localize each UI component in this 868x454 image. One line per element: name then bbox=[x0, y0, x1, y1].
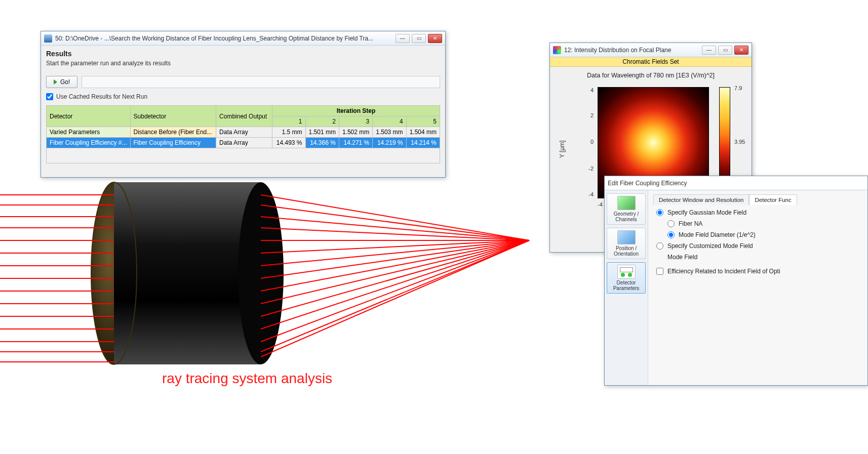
cell-val[interactable]: 1.502 mm bbox=[339, 127, 372, 138]
sidebar-item-position[interactable]: Position / Orientation bbox=[607, 228, 646, 259]
col-detector[interactable]: Detector bbox=[47, 106, 131, 127]
col-step-4[interactable]: 4 bbox=[373, 116, 406, 127]
col-step-5[interactable]: 5 bbox=[406, 116, 440, 127]
cached-checkbox-row[interactable]: Use Cached Results for Next Run bbox=[46, 93, 440, 100]
close-button[interactable]: ✕ bbox=[734, 46, 748, 55]
cached-checkbox[interactable] bbox=[46, 93, 53, 100]
col-subdetector[interactable]: Subdetector bbox=[130, 106, 216, 127]
col-step-1[interactable]: 1 bbox=[272, 116, 306, 127]
radio-gaussian[interactable] bbox=[656, 209, 663, 216]
fc-sidebar: Geometry / Channels Position / Orientati… bbox=[605, 190, 648, 385]
sidebar-item-detector-params[interactable]: Detector Parameters bbox=[607, 262, 646, 294]
opt-gaussian[interactable]: Specify Gaussian Mode Field bbox=[656, 209, 862, 216]
chk-efficiency[interactable]: Efficiency Related to Incident Field of … bbox=[656, 268, 862, 275]
close-button[interactable]: ✕ bbox=[428, 34, 442, 43]
chromatic-banner: Chromatic Fields Set bbox=[550, 57, 752, 67]
svg-line-33 bbox=[261, 240, 529, 357]
cell-val[interactable]: 1.504 mm bbox=[406, 127, 440, 138]
y-tick: 0 bbox=[583, 139, 594, 145]
cell-val[interactable]: 1.5 mm bbox=[272, 127, 306, 138]
col-iteration-step[interactable]: Iteration Step bbox=[272, 106, 440, 116]
col-step-2[interactable]: 2 bbox=[305, 116, 339, 127]
cell-subdetector: Distance Before (Fiber End... bbox=[130, 127, 216, 138]
results-heading: Results bbox=[46, 50, 440, 58]
y-tick: 2 bbox=[583, 112, 594, 118]
radio-fiber-na[interactable] bbox=[667, 220, 675, 227]
table-row[interactable]: Varied Parameters Distance Before (Fiber… bbox=[47, 127, 440, 138]
window-title: 50: D:\OneDrive - ...\Search the Working… bbox=[55, 35, 396, 42]
results-table[interactable]: Detector Subdetector Combined Output Ite… bbox=[46, 105, 440, 148]
table-row[interactable]: Fiber Coupling Efficiency #... Fiber Cou… bbox=[47, 138, 440, 148]
svg-line-23 bbox=[261, 240, 529, 304]
checkbox-efficiency[interactable] bbox=[656, 268, 663, 275]
minimize-button[interactable]: — bbox=[396, 34, 410, 43]
svg-line-17 bbox=[261, 240, 529, 266]
app-icon bbox=[44, 34, 52, 43]
fc-main-panel: Detector Window and Resolution Detector … bbox=[648, 190, 867, 385]
maximize-button[interactable]: ▭ bbox=[718, 46, 732, 55]
y-axis-label: Y [µm] bbox=[559, 140, 566, 158]
cell-val[interactable]: 14.214 % bbox=[406, 138, 440, 148]
colorbar-mid: 3.95 bbox=[734, 139, 745, 145]
svg-line-9 bbox=[261, 217, 529, 240]
opt-label: Specify Customized Mode Field bbox=[667, 242, 753, 250]
y-tick: 4 bbox=[583, 87, 594, 93]
results-subtext: Start the parameter run and analyze its … bbox=[46, 60, 440, 67]
radio-mfd[interactable] bbox=[667, 231, 675, 238]
opt-custom[interactable]: Specify Customized Mode Field bbox=[656, 242, 862, 250]
tab-detector-func[interactable]: Detector Func bbox=[749, 194, 797, 205]
opt-fiber-na[interactable]: Fiber NA bbox=[667, 220, 862, 227]
go-button[interactable]: Go! bbox=[46, 76, 77, 88]
plot-title: Data for Wavelength of 780 nm [1E3 (V/m)… bbox=[550, 72, 752, 79]
x-tick: -4 bbox=[598, 201, 603, 208]
mode-field-label: Mode Field bbox=[667, 254, 862, 261]
colorbar-max: 7.9 bbox=[734, 85, 742, 91]
titlebar[interactable]: 50: D:\OneDrive - ...\Search the Working… bbox=[41, 31, 445, 46]
opt-label: Specify Gaussian Mode Field bbox=[667, 209, 746, 216]
sidebar-item-label: Geometry / Channels bbox=[614, 211, 639, 222]
svg-line-21 bbox=[261, 240, 529, 291]
radio-custom[interactable] bbox=[656, 242, 663, 250]
cell-val[interactable]: 1.501 mm bbox=[305, 127, 339, 138]
opt-label: Efficiency Related to Incident Field of … bbox=[667, 268, 780, 275]
svg-line-29 bbox=[261, 240, 529, 342]
y-tick: -4 bbox=[583, 191, 594, 197]
sidebar-item-label: Detector Parameters bbox=[613, 280, 640, 291]
app-icon bbox=[553, 46, 561, 54]
progress-bar bbox=[82, 76, 440, 88]
opt-mfd[interactable]: Mode Field Diameter (1/e^2) bbox=[667, 231, 862, 238]
svg-line-31 bbox=[261, 240, 529, 352]
cell-val[interactable]: 14.219 % bbox=[373, 138, 406, 148]
maximize-button[interactable]: ▭ bbox=[412, 34, 426, 43]
opt-label: Mode Field bbox=[667, 254, 697, 261]
minimize-button[interactable]: — bbox=[702, 46, 716, 55]
play-icon bbox=[54, 79, 57, 85]
cell-detector: Fiber Coupling Efficiency #... bbox=[47, 138, 131, 148]
col-combined[interactable]: Combined Output bbox=[216, 106, 272, 127]
axes-icon bbox=[617, 230, 636, 244]
cell-val[interactable]: 14.493 % bbox=[272, 138, 306, 148]
cube-icon bbox=[617, 196, 636, 210]
window-title: 12: Intensity Distribution on Focal Plan… bbox=[564, 47, 702, 54]
titlebar[interactable]: 12: Intensity Distribution on Focal Plan… bbox=[550, 43, 752, 57]
cell-val[interactable]: 14.366 % bbox=[305, 138, 339, 148]
cell-combined: Data Array bbox=[216, 127, 272, 138]
col-step-3[interactable]: 3 bbox=[339, 116, 372, 127]
y-tick: -2 bbox=[583, 166, 594, 172]
cell-val[interactable]: 14.271 % bbox=[339, 138, 372, 148]
go-button-label: Go! bbox=[60, 78, 70, 86]
opt-label: Mode Field Diameter (1/e^2) bbox=[679, 231, 756, 238]
cell-subdetector: Fiber Coupling Efficiency bbox=[130, 138, 216, 148]
svg-line-27 bbox=[261, 240, 529, 329]
cell-val[interactable]: 1.503 mm bbox=[373, 127, 406, 138]
sidebar-item-geometry[interactable]: Geometry / Channels bbox=[607, 193, 646, 225]
window-title: Edit Fiber Coupling Efficiency bbox=[608, 180, 864, 187]
ray-tracing-label: ray tracing system analysis bbox=[162, 370, 332, 387]
oscilloscope-icon bbox=[617, 265, 636, 279]
opt-label: Fiber NA bbox=[679, 220, 702, 227]
cell-detector: Varied Parameters bbox=[47, 127, 131, 138]
tab-window-res[interactable]: Detector Window and Resolution bbox=[653, 194, 749, 205]
titlebar[interactable]: Edit Fiber Coupling Efficiency bbox=[605, 176, 867, 190]
fiber-coupling-window: Edit Fiber Coupling Efficiency Geometry … bbox=[604, 176, 868, 386]
cached-label: Use Cached Results for Next Run bbox=[56, 93, 147, 100]
